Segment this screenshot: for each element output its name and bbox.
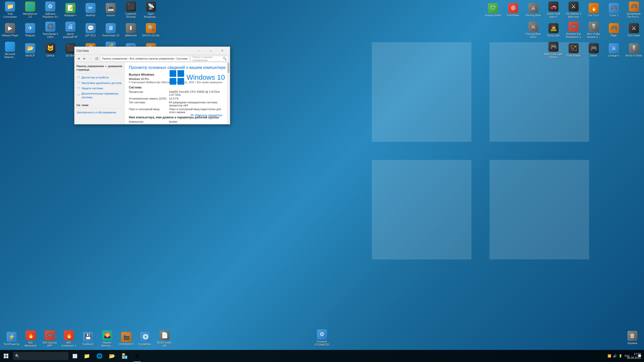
icon-mircron[interactable]: 💻 mircron [101, 0, 121, 20]
icon-hotspot-shield[interactable]: 🛡 Hotspot Shield [483, 0, 503, 20]
nav-forward-button[interactable]: ▶ [82, 56, 87, 61]
tray-battery-icon[interactable]: 🔋 [618, 353, 623, 358]
tray-icons: 📶 🔊 🔋 РУС 17:59 06.08.2015 💬 [607, 353, 642, 358]
window-controls: ─ □ ✕ [193, 47, 228, 55]
icon-center-hp[interactable]: 🖨 Центр решений HP [60, 20, 80, 40]
task-view-button[interactable]: ⬜ [69, 350, 80, 361]
change-params-container: ✏ Изменить параметры [191, 113, 222, 117]
icon-ida-pro-32[interactable]: 🔍 IDA Pro (32-bit) [141, 20, 161, 40]
icon-rage[interactable]: 🎮 Rage [604, 20, 624, 40]
sidebar-divider [76, 73, 123, 73]
icon-wampserver[interactable]: 🌐 WampServer 2.5 [20, 0, 40, 20]
change-params-link[interactable]: Изменить параметры [195, 114, 222, 117]
svg-rect-6 [170, 78, 176, 84]
icon-pointshark[interactable]: 🎯 PointShark [503, 0, 523, 20]
see-also-divider [76, 108, 123, 108]
maximize-button[interactable]: □ [205, 47, 216, 55]
sidebar-link-security[interactable]: Безопасность и обслуживание [76, 110, 123, 115]
icon-row-2: ▶ VMware Player ✈ Telegram 🎧 TeamSpeak 3… [0, 20, 161, 40]
window-titlebar: Система ─ □ ✕ [74, 47, 230, 55]
tray-clock-icon: 17:59 06.08.2015 [631, 353, 636, 358]
icon-recycle-bin[interactable]: 🗑 Корзина [623, 328, 642, 348]
icon-qip2012[interactable]: 💬 QIP 2012 [80, 20, 101, 40]
icon-teamspeak[interactable]: 🎧 TeamSpeak 3 Client [40, 20, 60, 40]
icon-steam[interactable]: 🎮 Steam [584, 40, 604, 60]
nav-up-button[interactable]: ↑ [88, 56, 93, 61]
icon-crystaldisk[interactable]: 💿 CrystalDisk... [136, 329, 155, 349]
icon-msi-afterburner[interactable]: 🔥 MSI Afterburner [21, 329, 40, 349]
icon-frontend-stigmated[interactable]: ⚙ Frontend STIGMATED [312, 328, 332, 348]
icon-msi-gaming-app[interactable]: 🎮 MSI Gaming APP [40, 329, 59, 349]
search-box[interactable]: Поиск в панели управления 🔍 [191, 56, 228, 61]
icon-cygwin[interactable]: ⬛ Cygwin64 Terminal [121, 0, 141, 20]
sidebar-header: Панель управления — домашняя страница [76, 64, 123, 72]
nav-refresh-button[interactable]: 🔄 [94, 56, 99, 61]
close-button[interactable]: ✕ [216, 47, 228, 55]
icon-row-right-2: ⚔ Piercing Blow (Dev) 🧟 Dying Light 🎮 Re… [483, 20, 644, 40]
tray-network-icon[interactable]: 📶 [607, 353, 612, 358]
icon-men-of-war[interactable]: 🎖 Men of War Assault S... [584, 20, 604, 40]
svg-rect-10 [4, 356, 6, 358]
icon-tomb-raider[interactable]: 🏹 Tomb Raider [564, 40, 584, 60]
sidebar-link-system-protection[interactable]: 🛡 Защита системы [76, 86, 123, 91]
taskbar-search[interactable]: 🔍 [13, 352, 68, 360]
icon-telegram[interactable]: ✈ Telegram [20, 20, 40, 40]
icon-crysis3[interactable]: 🎮 Crysis 3 [604, 0, 624, 20]
taskbar-app-explorer[interactable]: 📁 [80, 350, 93, 362]
window-body: Панель управления — домашняя страница 🛡 … [74, 62, 230, 124]
icon-ms-network[interactable]: 🌐 Microsoft Network... [0, 40, 20, 60]
icon-frontend-stigmated-container: ⚙ Frontend STIGMATED [312, 328, 332, 348]
address-path[interactable]: Панель управления › Все элементы панели … [100, 56, 190, 61]
taskbar-app-filemanager[interactable]: 📂 [106, 350, 118, 362]
taskbar-app-browser[interactable]: 🌐 [93, 350, 106, 362]
icon-piercing-blow[interactable]: ⚔ Piercing Blow [523, 0, 543, 20]
icon-lineage2[interactable]: ⚔ Lineage II [604, 40, 624, 60]
window-sidebar: Панель управления — домашняя страница 🛡 … [74, 62, 125, 124]
start-button[interactable] [0, 350, 12, 362]
icon-world-of-tanks[interactable]: 🎖 World of Tanks [624, 40, 644, 60]
icon-msi-kombustor[interactable]: 🔥 MSI Kombustor 3 [59, 329, 78, 349]
icon-resident-evil[interactable]: 🎮 Resident Evil Revelations 2 [564, 20, 584, 40]
icon-recycle-bin-container: 🗑 Корзина [623, 328, 642, 348]
icon-dying-light[interactable]: 🧟 Dying Light [543, 20, 564, 40]
nav-back-button[interactable]: ◀ [76, 56, 81, 61]
fullname-row: Полное имя: bunker [129, 124, 226, 124]
windows-logo-background [367, 38, 594, 264]
icon-teamviewer[interactable]: 🖥 TeamViewer 10 [101, 20, 121, 40]
minimize-button[interactable]: ─ [193, 47, 205, 55]
icon-tech-powerup[interactable]: ⚡ TechPowerUp [2, 329, 21, 349]
icon-farcry4[interactable]: 🔥 Far Cry 4 [584, 0, 604, 20]
icon-piercing-blow-dev[interactable]: ⚔ Piercing Blow (Dev) [523, 20, 543, 40]
icon-notepadpp[interactable]: 📝 Notepad++ [60, 0, 80, 20]
ram-row: Установленная память (ОЗУ): 12.0 ГБ [129, 97, 226, 100]
icon-jetbrains[interactable]: ⚙ JetBrains PhpStorm 9.0 [40, 0, 60, 20]
icon-borderlands[interactable]: 🎮 Borderlands The Pre-S... [624, 0, 644, 20]
tray-volume-icon[interactable]: 🔊 [612, 353, 617, 358]
icon-cinebench[interactable]: 🎬 CINEBENCH [117, 329, 136, 349]
fullname-label: Полное имя: [129, 124, 169, 124]
windows-logo-img [169, 70, 184, 85]
icon-bsod-codes[interactable]: 📄 BSOD codes x58 [155, 329, 174, 349]
pen-label: Перо и сенсорный ввод: [129, 108, 169, 114]
icon-metro[interactable]: 🎮 Metro Last Light Redux [543, 40, 564, 60]
icon-grim-dawn[interactable]: ⚔ Grim Dawn [624, 20, 644, 40]
icon-qbittorrent[interactable]: ⬇ qBittorrent [121, 20, 141, 40]
icon-winscp[interactable]: 📂 WinSCP [20, 40, 40, 60]
taskbar-app-store[interactable]: 🏪 [118, 350, 131, 362]
icon-testmems[interactable]: 💾 TestMem5 [78, 329, 98, 349]
sidebar-link-advanced-params[interactable]: 🛡 Дополнительные параметры системы [76, 91, 123, 100]
icon-total-commander[interactable]: 📁 Total Commander [0, 0, 20, 20]
processor-row: Процессор: Intel(R) Xeon(R) CPU X5650 @ … [129, 90, 226, 96]
sidebar-link-remote-access[interactable]: 🛡 Настройка удалённого доступа [76, 80, 123, 86]
icon-openbroadcast[interactable]: 📡 Open Broadcast... [141, 0, 161, 20]
scrollbar[interactable] [227, 62, 230, 124]
taskbar-app-active[interactable]: 🖥 [131, 350, 143, 362]
icon-github[interactable]: 🐱 GitHub [40, 40, 60, 60]
icon-witcher[interactable]: ⚔ The Witcher 3 Wild Hunt [564, 0, 584, 20]
tray-notification-icon[interactable]: 💬 [637, 353, 642, 358]
sidebar-link-device-manager[interactable]: 🛡 Диспетчер устройств [76, 75, 123, 80]
icon-vmware[interactable]: ▶ VMware Player [0, 20, 20, 40]
icon-gta[interactable]: 🚗 Grand Theft Auto V [543, 0, 564, 20]
icon-heaven-bench[interactable]: 🌄 Heaven Benchm... [98, 329, 117, 349]
icon-akelpad[interactable]: ✏ AkelPad [80, 0, 101, 20]
